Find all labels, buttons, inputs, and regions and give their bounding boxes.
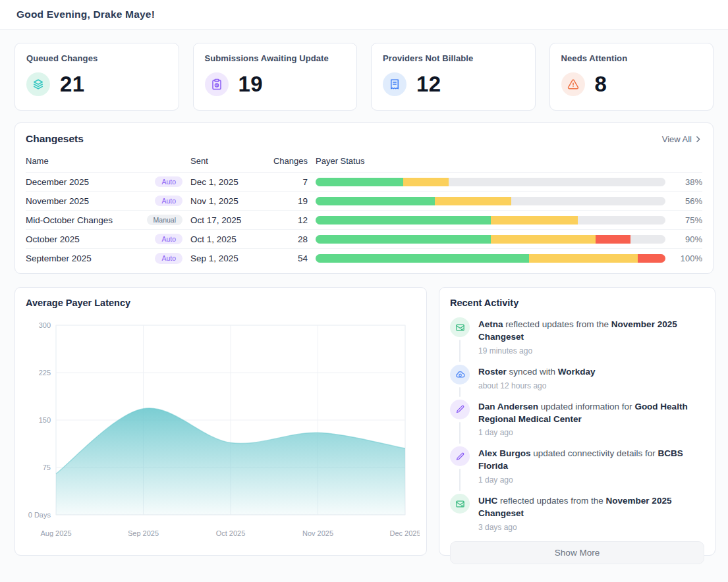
show-more-button[interactable]: Show More — [450, 541, 704, 564]
svg-text:75: 75 — [43, 463, 51, 471]
dashboard: Queued Changes 21 Submissions Awaiting U… — [0, 30, 728, 556]
changeset-badge: Auto — [155, 234, 182, 245]
changeset-sent-date: Sep 1, 2025 — [190, 253, 259, 263]
svg-text:300: 300 — [39, 321, 51, 329]
timeline-connector — [459, 422, 461, 444]
latency-area-chart: 300225150750 DaysAug 2025Sep 2025Oct 202… — [24, 317, 420, 547]
activity-text: Roster synced with Workday — [478, 366, 596, 379]
recent-activity-card: Recent Activity Aetna reflected updates … — [439, 287, 715, 556]
activity-time: about 12 hours ago — [478, 381, 596, 390]
receipt-icon — [383, 72, 406, 96]
activity-text: Dan Andersen updated information for Goo… — [478, 401, 704, 426]
bar-segment-yellow — [491, 235, 596, 244]
chart-title: Average Payer Latency — [26, 298, 420, 308]
table-header: Name Sent Changes Payer Status — [26, 150, 702, 172]
svg-text:Dec 2025: Dec 2025 — [389, 529, 420, 537]
col-name: Name — [26, 156, 182, 166]
changeset-row[interactable]: Mid-October Changes Manual Oct 17, 2025 … — [26, 211, 702, 230]
col-payer-status: Payer Status — [316, 156, 665, 166]
changeset-change-count: 19 — [267, 196, 308, 206]
stat-value: 8 — [595, 72, 607, 97]
chevron-right-icon — [694, 135, 702, 144]
bar-segment-yellow — [435, 197, 512, 205]
activity-item: UHC reflected updates from the November … — [450, 494, 704, 541]
mail-check-icon — [450, 494, 470, 514]
bar-segment-yellow — [491, 216, 578, 225]
changeset-row[interactable]: October 2025 Auto Oct 1, 2025 28 90% — [26, 230, 702, 249]
stats-row: Queued Changes 21 Submissions Awaiting U… — [14, 43, 714, 111]
changeset-badge: Auto — [155, 176, 182, 188]
changeset-change-count: 28 — [267, 234, 308, 244]
view-all-link[interactable]: View All — [662, 134, 702, 144]
top-bar: Good Evening, Drake Maye! — [0, 0, 728, 30]
changeset-sent-date: Oct 17, 2025 — [190, 215, 259, 225]
changeset-name: October 2025 — [26, 234, 80, 244]
bar-segment-green — [316, 235, 491, 244]
changeset-name: December 2025 — [26, 177, 89, 187]
changeset-name: November 2025 — [26, 196, 89, 206]
svg-text:225: 225 — [39, 369, 51, 377]
col-changes: Changes — [267, 156, 308, 166]
changeset-badge: Auto — [155, 196, 182, 207]
changeset-percent: 56% — [673, 196, 702, 206]
activity-text: Aetna reflected updates from the Novembe… — [478, 319, 704, 344]
pencil-icon — [450, 400, 470, 419]
stat-label: Needs Attention — [561, 53, 702, 63]
timeline-connector — [459, 340, 461, 362]
col-sent: Sent — [190, 156, 259, 166]
stat-label: Queued Changes — [26, 53, 167, 63]
stat-card-submissions-awaiting-update[interactable]: Submissions Awaiting Update 19 — [193, 43, 358, 111]
changeset-row[interactable]: September 2025 Auto Sep 1, 2025 54 100% — [26, 249, 702, 268]
payer-status-bar — [316, 254, 665, 263]
svg-text:Nov 2025: Nov 2025 — [302, 529, 333, 537]
bar-segment-green — [316, 254, 529, 263]
pencil-icon — [450, 446, 470, 466]
changeset-sent-date: Dec 1, 2025 — [190, 177, 259, 187]
payer-status-bar — [316, 178, 665, 186]
svg-text:Oct 2025: Oct 2025 — [216, 529, 246, 537]
activity-text: Alex Burgos updated connectivity details… — [478, 448, 704, 473]
activity-text: UHC reflected updates from the November … — [478, 495, 704, 520]
timeline-connector — [459, 469, 461, 491]
stat-card-queued-changes[interactable]: Queued Changes 21 — [14, 43, 179, 111]
svg-text:Aug 2025: Aug 2025 — [40, 529, 71, 537]
table-body: December 2025 Auto Dec 1, 2025 7 38% Nov… — [26, 172, 702, 268]
changeset-change-count: 7 — [267, 177, 308, 187]
latency-chart-card: Average Payer Latency 300225150750 DaysA… — [14, 287, 427, 556]
changeset-name: September 2025 — [26, 253, 92, 263]
bar-segment-red — [638, 254, 665, 263]
clipboard-clock-icon — [205, 72, 229, 96]
stat-value: 21 — [60, 72, 85, 97]
changeset-row[interactable]: November 2025 Auto Nov 1, 2025 19 56% — [26, 192, 702, 211]
changeset-percent: 75% — [673, 215, 702, 225]
changesets-title: Changesets — [26, 133, 84, 145]
bar-segment-green — [316, 178, 403, 186]
svg-text:Sep 2025: Sep 2025 — [128, 529, 159, 537]
activity-time: 3 days ago — [478, 523, 704, 532]
alert-triangle-icon — [561, 72, 585, 96]
svg-text:150: 150 — [39, 416, 51, 424]
activity-title: Recent Activity — [450, 298, 704, 308]
payer-status-bar — [316, 197, 665, 205]
activity-time: 19 minutes ago — [478, 346, 704, 356]
bar-segment-yellow — [403, 178, 449, 186]
activity-item: Aetna reflected updates from the Novembe… — [450, 317, 704, 365]
bar-segment-yellow — [529, 254, 638, 263]
changeset-percent: 90% — [673, 234, 702, 244]
activity-item: Roster synced with Workday about 12 hour… — [450, 365, 704, 400]
changeset-change-count: 12 — [267, 215, 308, 225]
stat-value: 19 — [238, 72, 264, 97]
changeset-change-count: 54 — [267, 253, 308, 263]
changeset-badge: Manual — [147, 215, 182, 226]
stat-card-providers-not-billable[interactable]: Providers Not Billable 12 — [371, 43, 536, 111]
layers-icon — [26, 72, 50, 96]
bar-segment-green — [316, 216, 491, 225]
activity-item: Dan Andersen updated information for Goo… — [450, 400, 704, 447]
changeset-badge: Auto — [155, 253, 182, 264]
stat-label: Providers Not Billable — [383, 53, 524, 63]
bar-segment-green — [316, 197, 435, 205]
stat-card-needs-attention[interactable]: Needs Attention 8 — [549, 43, 714, 111]
activity-time: 1 day ago — [478, 475, 704, 485]
changeset-row[interactable]: December 2025 Auto Dec 1, 2025 7 38% — [26, 172, 702, 192]
cloud-sync-icon — [450, 365, 470, 384]
